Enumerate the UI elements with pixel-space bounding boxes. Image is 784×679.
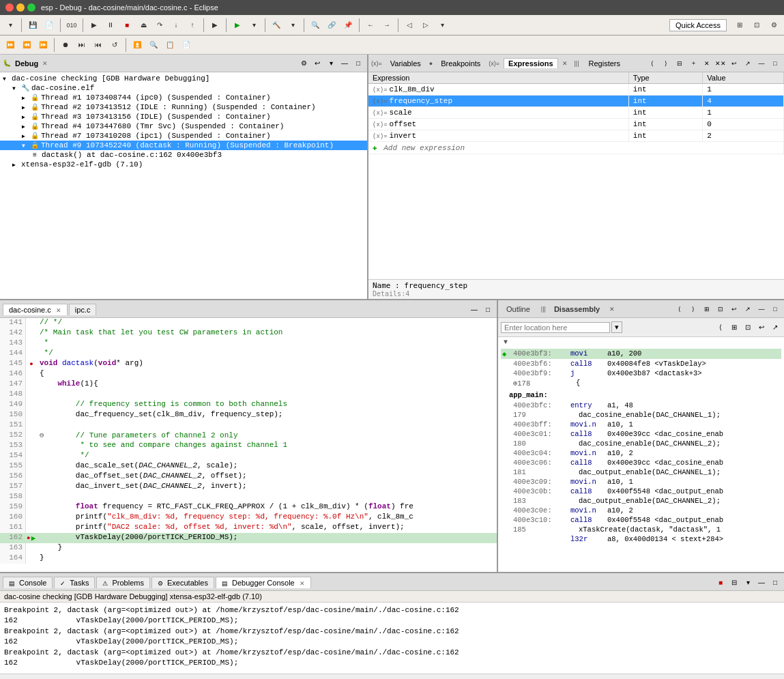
- debug-tree[interactable]: ▼ dac-cosine checking [GDB Hardware Debu…: [0, 72, 367, 299]
- console-actions[interactable]: ■ ⊟ ▾ — □: [714, 577, 781, 589]
- perspective-btn-2[interactable]: ⊡: [749, 18, 764, 33]
- code-line-151[interactable]: 151: [0, 420, 497, 431]
- code-actions[interactable]: — □: [468, 304, 494, 316]
- disasm-action-5[interactable]: ↩: [728, 303, 740, 315]
- code-minimize[interactable]: —: [468, 304, 480, 316]
- code-line-157[interactable]: 157 dac_invert_set(DAC_CHANNEL_2, invert…: [0, 482, 497, 492]
- save-all-btn[interactable]: 📄: [42, 18, 57, 33]
- disasm-collapse-arrow[interactable]: ▼: [498, 337, 784, 347]
- code-line-154[interactable]: 154 */: [0, 451, 497, 461]
- launch-btn[interactable]: ▶: [207, 18, 222, 33]
- disasm-minimize[interactable]: —: [755, 303, 768, 315]
- view-btn-1[interactable]: ⏩: [3, 38, 18, 53]
- disasm-action-4[interactable]: ⊡: [714, 303, 727, 315]
- tab-dac-cosine-close[interactable]: ✕: [56, 307, 61, 314]
- disasm-tb-1[interactable]: ⟨: [714, 321, 727, 334]
- expr-row-offset[interactable]: (x)=offset int 0: [368, 119, 784, 130]
- disasm-action-1[interactable]: ⟨: [673, 303, 686, 315]
- disasm-maximize[interactable]: □: [769, 303, 781, 315]
- expr-minimize[interactable]: —: [755, 57, 768, 70]
- tab-breakpoints[interactable]: Breakpoints: [437, 59, 484, 68]
- tab-expressions[interactable]: Expressions: [504, 58, 557, 68]
- toolbar-btn-1[interactable]: ▾: [3, 18, 18, 33]
- code-line-160[interactable]: 160 printf("clk_8m_div: %d, frequency st…: [0, 512, 497, 523]
- step-over-btn[interactable]: ↷: [152, 18, 167, 33]
- debug-action-1[interactable]: ⚙: [297, 57, 310, 70]
- code-line-161[interactable]: 161 printf("DAC2 scale: %d, offset %d, i…: [0, 523, 497, 533]
- console-clear[interactable]: ⊟: [728, 577, 740, 589]
- code-line-141[interactable]: 141 // */: [0, 318, 497, 328]
- tab-problems[interactable]: ⚠ Problems: [96, 577, 150, 588]
- tree-item-thread4[interactable]: ▶ 🔒 Thread #4 1073447680 (Tmr Svc) (Susp…: [0, 121, 367, 131]
- expr-row-clk[interactable]: (x)=clk_8m_div int 1: [368, 84, 784, 96]
- disasm-tb-3[interactable]: ⊡: [742, 321, 754, 334]
- disasm-content[interactable]: ◆ 400e3bf3: movi a10, 200 400e3bf6: call…: [498, 347, 784, 572]
- view-btn-9[interactable]: 🔍: [146, 38, 161, 53]
- tree-item-thread3[interactable]: ▶ 🔒 Thread #3 1073413156 (IDLE) (Suspend…: [0, 112, 367, 121]
- back-btn[interactable]: ←: [363, 18, 378, 33]
- code-line-163[interactable]: 163 }: [0, 543, 497, 553]
- code-line-152[interactable]: 152 ⊖ // Tune parameters of channel 2 on…: [0, 431, 497, 441]
- tab-executables[interactable]: ⚙ Executables: [151, 577, 214, 588]
- disasm-actions[interactable]: ⟨ ⟩ ⊞ ⊡ ↩ ↗ — □: [673, 303, 781, 315]
- expr-row-scale[interactable]: (x)=scale int 1: [368, 107, 784, 119]
- pause-btn[interactable]: ⏸: [103, 18, 118, 33]
- view-btn-7[interactable]: ↺: [107, 38, 122, 53]
- tree-item-thread2[interactable]: ▶ 🔒 Thread #2 1073413512 (IDLE : Running…: [0, 102, 367, 112]
- code-line-155[interactable]: 155 dac_scale_set(DAC_CHANNEL_2, scale);: [0, 461, 497, 472]
- close-button[interactable]: [5, 3, 14, 12]
- perspective-btn-1[interactable]: ⊞: [732, 18, 747, 33]
- console-minimize[interactable]: —: [755, 577, 768, 589]
- view-btn-2[interactable]: ⏪: [19, 38, 34, 53]
- hist-fwd[interactable]: ▷: [418, 18, 433, 33]
- view-btn-6[interactable]: ⏮: [91, 38, 106, 53]
- console-maximize[interactable]: □: [769, 577, 781, 589]
- expr-collapse[interactable]: ⊟: [673, 57, 686, 70]
- stop-btn[interactable]: ■: [119, 18, 134, 33]
- code-line-145[interactable]: 145 ● void dactask(void* arg): [0, 359, 497, 369]
- minimize-button[interactable]: [16, 3, 25, 12]
- view-btn-4[interactable]: ⏺: [58, 38, 73, 53]
- code-line-153[interactable]: 153 * to see and compare changes against…: [0, 441, 497, 451]
- code-line-149[interactable]: 149 // frequency setting is common to bo…: [0, 400, 497, 410]
- tree-item-thread7[interactable]: ▶ 🔒 Thread #7 1073410208 (ipc1) (Suspend…: [0, 131, 367, 141]
- add-expr-label[interactable]: Add new expression: [383, 144, 465, 152]
- expr-maximize[interactable]: □: [769, 57, 781, 70]
- debug-minimize[interactable]: —: [338, 57, 351, 70]
- tab-console[interactable]: ▤ Console: [3, 577, 53, 588]
- search-btn[interactable]: 🔍: [308, 18, 323, 33]
- quick-access-button[interactable]: Quick Access: [669, 19, 727, 31]
- code-line-148[interactable]: 148: [0, 390, 497, 400]
- code-line-164[interactable]: 164 }: [0, 553, 497, 564]
- tree-item-dactask[interactable]: ≡ dactask() at dac-cosine.c:162 0x400e3b…: [0, 150, 367, 160]
- code-line-162[interactable]: 162 ● ▶ vTaskDelay(2000/portTICK_PERIOD_…: [0, 533, 497, 543]
- debug-maximize[interactable]: □: [352, 57, 364, 70]
- code-line-150[interactable]: 150 dac_frequency_set(clk_8m_div, freque…: [0, 410, 497, 420]
- debug-actions[interactable]: ⚙ ↩ ▾ — □: [297, 57, 364, 70]
- link-btn[interactable]: 🔗: [324, 18, 339, 33]
- disasm-action-2[interactable]: ⟩: [687, 303, 699, 315]
- expr-row-freq[interactable]: (x)=frequency_step int 4: [368, 96, 784, 107]
- code-line-159[interactable]: 159 float frequency = RTC_FAST_CLK_FREQ_…: [0, 502, 497, 512]
- disasm-tb-4[interactable]: ↩: [755, 321, 768, 334]
- code-content[interactable]: 141 // */ 142 /* Main task that let you …: [0, 318, 497, 572]
- disasm-action-6[interactable]: ↗: [742, 303, 754, 315]
- expr-action-4[interactable]: ↗: [742, 57, 754, 70]
- dbg-console-close[interactable]: ✕: [300, 580, 305, 587]
- expr-panel-actions[interactable]: ⟨ ⟩ ⊟ ＋ ✕ ✕✕ ↩ ↗ — □: [646, 57, 781, 70]
- code-line-146[interactable]: 146 {: [0, 369, 497, 379]
- expr-remove-all[interactable]: ✕✕: [714, 57, 727, 70]
- expr-action-1[interactable]: ⟨: [646, 57, 658, 70]
- tree-item-elf[interactable]: ▼ 🔧 dac-cosine.elf: [0, 83, 367, 93]
- tree-item-gdb[interactable]: ▶ xtensa-esp32-elf-gdb (7.10): [0, 160, 367, 169]
- perspective-btn-3[interactable]: ⚙: [766, 18, 781, 33]
- pin-btn[interactable]: 📌: [340, 18, 355, 33]
- code-line-156[interactable]: 156 dac_offset_set(DAC_CHANNEL_2, offset…: [0, 472, 497, 482]
- expr-remove[interactable]: ✕: [701, 57, 713, 70]
- hist-back[interactable]: ◁: [402, 18, 417, 33]
- build-btn[interactable]: 🔨: [269, 18, 284, 33]
- location-dropdown[interactable]: ▾: [611, 321, 622, 333]
- disasm-action-3[interactable]: ⊞: [701, 303, 713, 315]
- tab-debugger-console[interactable]: ▤ Debugger Console ✕: [216, 577, 311, 588]
- step-into-btn[interactable]: ↓: [169, 18, 184, 33]
